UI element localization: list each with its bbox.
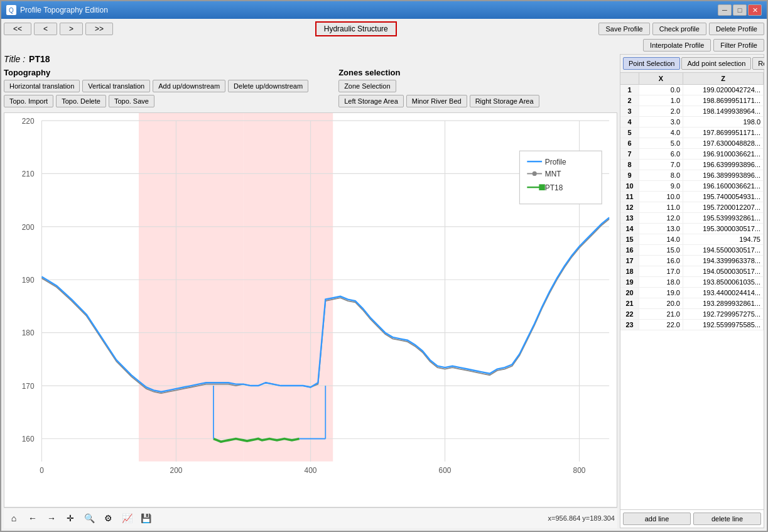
back-tool[interactable]: ←	[25, 511, 40, 526]
nav-last-button[interactable]: >>	[85, 23, 113, 35]
title-value: PT18	[29, 54, 50, 64]
svg-text:220: 220	[22, 117, 35, 126]
svg-text:200: 200	[170, 466, 183, 475]
settings-tool[interactable]: ⚙	[100, 511, 116, 526]
coordinates-display: x=956.864 y=189.304	[548, 514, 615, 522]
add-line-button[interactable]: add line	[623, 513, 691, 525]
row-z: 193.2899932861...	[683, 298, 764, 308]
table-row[interactable]: 17 16.0 194.3399963378...	[620, 256, 764, 266]
zoom-tool[interactable]: 🔍	[82, 511, 97, 526]
table-row[interactable]: 4 3.0 198.0	[620, 117, 764, 128]
nav-next-button[interactable]: >	[60, 23, 83, 35]
left-panel: Title : PT18 Topography Horizontal trans…	[4, 54, 617, 528]
row-z: 195.7400054931...	[683, 192, 764, 202]
main-area: Title : PT18 Topography Horizontal trans…	[4, 54, 764, 528]
zone-minor-shade	[243, 113, 333, 462]
row-number: 9	[620, 170, 639, 180]
zones-buttons-row1: Zone Selection	[338, 80, 539, 92]
topo-buttons-row2: Topo. Import Topo. Delete Topo. Save	[4, 95, 308, 107]
topo-save-button[interactable]: Topo. Save	[109, 95, 154, 107]
topo-delete-button[interactable]: Topo. Delete	[56, 95, 106, 107]
topo-title: Topography	[4, 68, 308, 77]
filter-profile-button[interactable]: Filter Profile	[713, 39, 764, 52]
table-row[interactable]: 19 18.0 193.8500061035...	[620, 277, 764, 288]
table-row[interactable]: 9 8.0 196.3899993896...	[620, 170, 764, 181]
table-row[interactable]: 22 21.0 192.7299957275...	[620, 309, 764, 320]
svg-text:PT18: PT18	[545, 183, 563, 192]
row-z: 199.0200042724...	[683, 85, 764, 95]
row-x: 13.0	[639, 224, 683, 234]
right-toolbar: Save Profile Check profile Delete Profil…	[598, 23, 764, 35]
table-row[interactable]: 6 5.0 197.6300048828...	[620, 138, 764, 149]
table-row[interactable]: 16 15.0 194.5500030517...	[620, 245, 764, 256]
table-row[interactable]: 15 14.0 194.75	[620, 234, 764, 245]
check-profile-button[interactable]: Check profile	[652, 23, 706, 35]
row-z: 196.3899993896...	[683, 170, 764, 180]
horiz-translation-button[interactable]: Horizontal translation	[4, 80, 80, 92]
second-toolbar: Interpolate Profile Filter Profile	[4, 39, 764, 52]
save-profile-button[interactable]: Save Profile	[598, 23, 649, 35]
table-row[interactable]: 18 17.0 194.0500030517...	[620, 266, 764, 277]
row-x: 22.0	[639, 320, 683, 330]
row-number: 6	[620, 138, 639, 148]
svg-text:170: 170	[22, 382, 35, 391]
reversible-profile-button[interactable]: Reversible Profile	[752, 57, 764, 70]
row-number: 13	[620, 213, 639, 223]
row-x: 18.0	[639, 277, 683, 287]
zone-selection-button[interactable]: Zone Selection	[338, 80, 396, 92]
line-tool[interactable]: 📈	[119, 511, 134, 526]
row-number: 19	[620, 277, 639, 287]
delete-line-button[interactable]: delete line	[693, 513, 761, 525]
table-row[interactable]: 20 19.0 193.4400024414...	[620, 288, 764, 298]
save-tool[interactable]: 💾	[138, 511, 153, 526]
row-z: 194.3399963378...	[683, 256, 764, 266]
table-row[interactable]: 21 20.0 193.2899932861...	[620, 298, 764, 309]
zones-title: Zones selection	[338, 68, 539, 77]
table-row[interactable]: 1 0.0 199.0200042724...	[620, 85, 764, 95]
table-row[interactable]: 7 6.0 196.9100036621...	[620, 149, 764, 160]
right-storage-button[interactable]: Right Storage Area	[470, 95, 539, 107]
table-row[interactable]: 10 9.0 196.1600036621...	[620, 181, 764, 192]
table-row[interactable]: 5 4.0 197.8699951171...	[620, 128, 764, 138]
nav-prev-button[interactable]: <	[34, 23, 57, 35]
svg-text:180: 180	[22, 328, 35, 337]
row-z: 194.0500030517...	[683, 266, 764, 276]
table-row[interactable]: 11 10.0 195.7400054931...	[620, 192, 764, 202]
row-x: 7.0	[639, 160, 683, 170]
nav-first-button[interactable]: <<	[4, 23, 31, 35]
delete-profile-button[interactable]: Delete Profile	[709, 23, 764, 35]
row-x: 17.0	[639, 266, 683, 276]
maximize-button[interactable]: □	[733, 4, 747, 16]
add-updown-button[interactable]: Add up/downstream	[153, 80, 225, 92]
table-row[interactable]: 3 2.0 198.1499938964...	[620, 106, 764, 117]
minimize-button[interactable]: ─	[718, 4, 732, 16]
minor-river-button[interactable]: Minor River Bed	[406, 95, 467, 107]
hydraulic-structure-button[interactable]: Hydraulic Structure	[315, 21, 397, 36]
point-selection-button[interactable]: Point Selection	[623, 57, 680, 70]
row-number: 16	[620, 245, 639, 255]
table-row[interactable]: 2 1.0 198.8699951171...	[620, 95, 764, 106]
row-number: 10	[620, 181, 639, 191]
row-x: 10.0	[639, 192, 683, 202]
del-updown-button[interactable]: Delete up/downstream	[228, 80, 308, 92]
row-z: 194.5500030517...	[683, 245, 764, 255]
interpolate-profile-button[interactable]: Interpolate Profile	[643, 39, 711, 52]
add-point-selection-button[interactable]: Add point selection	[681, 57, 751, 70]
svg-text:210: 210	[22, 170, 35, 178]
table-row[interactable]: 23 22.0 192.5599975585...	[620, 320, 764, 330]
table-body[interactable]: 1 0.0 199.0200042724... 2 1.0 198.869995…	[620, 85, 764, 509]
table-row[interactable]: 14 13.0 195.3000030517...	[620, 224, 764, 234]
left-storage-button[interactable]: Left Storage Area	[338, 95, 404, 107]
chart-container[interactable]: 160 170 180 190 200 210 220 0 200 400 60…	[4, 112, 617, 508]
table-row[interactable]: 8 7.0 196.6399993896...	[620, 160, 764, 170]
close-button[interactable]: ✕	[748, 4, 762, 16]
window-title: Profile Topography Edition	[20, 6, 714, 14]
row-x: 11.0	[639, 202, 683, 212]
forward-tool[interactable]: →	[44, 511, 59, 526]
table-row[interactable]: 12 11.0 195.7200012207...	[620, 202, 764, 213]
home-tool[interactable]: ⌂	[6, 511, 21, 526]
topo-import-button[interactable]: Topo. Import	[4, 95, 53, 107]
pan-tool[interactable]: ✛	[63, 511, 78, 526]
table-row[interactable]: 13 12.0 195.5399932861...	[620, 213, 764, 224]
vert-translation-button[interactable]: Vertical translation	[82, 80, 150, 92]
